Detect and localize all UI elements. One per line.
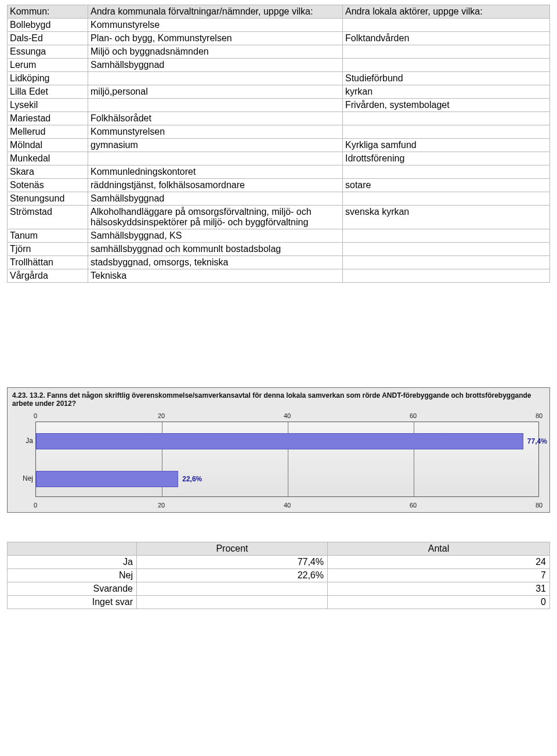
cell-andra-kommunala: stadsbyggnad, omsorgs, tekniska bbox=[88, 256, 343, 269]
cell-kommun: Mariestad bbox=[8, 112, 88, 125]
summary-procent: 77,4% bbox=[137, 556, 328, 569]
summary-row: Svarande31 bbox=[8, 582, 550, 596]
summary-antal: 0 bbox=[328, 596, 550, 609]
cell-andra-lokala bbox=[343, 243, 550, 256]
summary-label: Nej bbox=[8, 569, 137, 582]
table-row: Dals-EdPlan- och bygg, KommunstyrelsenFo… bbox=[8, 32, 550, 45]
table-row: MölndalgymnasiumKyrkliga samfund bbox=[8, 139, 550, 152]
table-row: TanumSamhällsbyggnad, KS bbox=[8, 229, 550, 243]
summary-th-procent: Procent bbox=[137, 542, 328, 556]
axis-tick: 0 bbox=[34, 502, 37, 509]
cell-kommun: Mellerud bbox=[8, 125, 88, 139]
cell-kommun: Essunga bbox=[8, 45, 88, 59]
cell-kommun: Lysekil bbox=[8, 99, 88, 112]
summary-table: Procent Antal Ja77,4%24Nej22,6%7Svarande… bbox=[7, 542, 550, 609]
chart-value-label: 77,4% bbox=[527, 437, 547, 445]
cell-andra-lokala bbox=[343, 19, 550, 32]
axis-tick: 60 bbox=[410, 412, 417, 419]
table-row: Tjörnsamhällsbyggnad och kommunlt bostad… bbox=[8, 243, 550, 256]
summary-procent bbox=[137, 596, 328, 609]
cell-kommun: Lerum bbox=[8, 59, 88, 72]
cell-andra-lokala: Studieförbund bbox=[343, 72, 550, 85]
cell-andra-kommunala: Kommunstyrelse bbox=[88, 19, 343, 32]
cell-andra-kommunala bbox=[88, 72, 343, 85]
chart-container: 4.23. 13.2. Fanns det någon skriftlig öv… bbox=[7, 387, 550, 513]
table-row: EssungaMiljö och byggnadsnämnden bbox=[8, 45, 550, 59]
summary-antal: 7 bbox=[328, 569, 550, 582]
chart-bar: 77,4% bbox=[36, 433, 523, 449]
cell-andra-kommunala: miljö,personal bbox=[88, 85, 343, 99]
cell-andra-lokala: Kyrkliga samfund bbox=[343, 139, 550, 152]
cell-andra-lokala bbox=[343, 256, 550, 269]
cell-kommun: Bollebygd bbox=[8, 19, 88, 32]
cell-andra-kommunala bbox=[88, 99, 343, 112]
cell-andra-kommunala: Samhällsbyggnad bbox=[88, 59, 343, 72]
cell-andra-kommunala: Kommunstyrelsen bbox=[88, 125, 343, 139]
axis-tick: 60 bbox=[410, 502, 417, 509]
axis-tick: 40 bbox=[284, 502, 291, 509]
chart-area: 77,4%22,6% 002020404060608080JaNej bbox=[10, 411, 547, 510]
cell-kommun: Munkedal bbox=[8, 152, 88, 165]
table-row: Lilla Edetmiljö,personalkyrkan bbox=[8, 85, 550, 99]
th-andra-lokala: Andra lokala aktörer, uppge vilka: bbox=[343, 5, 550, 19]
th-andra-kommunala: Andra kommunala förvaltningar/nämnder, u… bbox=[88, 5, 343, 19]
cell-andra-kommunala: samhällsbyggnad och kommunlt bostadsbola… bbox=[88, 243, 343, 256]
cell-andra-kommunala: Plan- och bygg, Kommunstyrelsen bbox=[88, 32, 343, 45]
summary-label: Inget svar bbox=[8, 596, 137, 609]
cell-andra-kommunala: Folkhälsorådet bbox=[88, 112, 343, 125]
table-row: LidköpingStudieförbund bbox=[8, 72, 550, 85]
cell-kommun: Tjörn bbox=[8, 243, 88, 256]
cell-kommun: Sotenäs bbox=[8, 179, 88, 192]
table-row: StenungsundSamhällsbyggnad bbox=[8, 192, 550, 206]
cell-kommun: Lilla Edet bbox=[8, 85, 88, 99]
summary-row: Nej22,6%7 bbox=[8, 569, 550, 582]
cell-andra-lokala bbox=[343, 45, 550, 59]
summary-antal: 24 bbox=[328, 556, 550, 569]
cell-andra-lokala bbox=[343, 165, 550, 179]
cell-kommun: Skara bbox=[8, 165, 88, 179]
axis-tick: 40 bbox=[284, 412, 291, 419]
chart-value-label: 22,6% bbox=[182, 475, 202, 483]
cell-kommun: Vårgårda bbox=[8, 269, 88, 283]
cell-kommun: Tanum bbox=[8, 229, 88, 243]
cell-andra-lokala: svenska kyrkan bbox=[343, 206, 550, 229]
cell-andra-lokala: kyrkan bbox=[343, 85, 550, 99]
cell-andra-kommunala: Kommunledningskontoret bbox=[88, 165, 343, 179]
cell-kommun: Stenungsund bbox=[8, 192, 88, 206]
axis-tick: 80 bbox=[536, 412, 542, 419]
cell-andra-kommunala bbox=[88, 152, 343, 165]
cell-kommun: Mölndal bbox=[8, 139, 88, 152]
cell-andra-kommunala: Tekniska bbox=[88, 269, 343, 283]
cell-andra-lokala bbox=[343, 125, 550, 139]
cell-andra-kommunala: Samhällsbyggnad, KS bbox=[88, 229, 343, 243]
cell-andra-lokala bbox=[343, 192, 550, 206]
cell-kommun: Lidköping bbox=[8, 72, 88, 85]
kommun-table: Kommun: Andra kommunala förvaltningar/nä… bbox=[7, 5, 550, 283]
summary-row: Inget svar0 bbox=[8, 596, 550, 609]
table-row: Trollhättanstadsbyggnad, omsorgs, teknis… bbox=[8, 256, 550, 269]
table-row: VårgårdaTekniska bbox=[8, 269, 550, 283]
summary-procent bbox=[137, 582, 328, 596]
cell-andra-lokala: Idrottsförening bbox=[343, 152, 550, 165]
table-row: SkaraKommunledningskontoret bbox=[8, 165, 550, 179]
th-kommun: Kommun: bbox=[8, 5, 88, 19]
cell-andra-lokala bbox=[343, 269, 550, 283]
table-row: LerumSamhällsbyggnad bbox=[8, 59, 550, 72]
chart-title: 4.23. 13.2. Fanns det någon skriftlig öv… bbox=[10, 390, 547, 411]
summary-label: Ja bbox=[8, 556, 137, 569]
summary-th-blank bbox=[8, 542, 137, 556]
cell-andra-lokala: sotare bbox=[343, 179, 550, 192]
table-row: MunkedalIdrottsförening bbox=[8, 152, 550, 165]
cell-andra-lokala bbox=[343, 229, 550, 243]
axis-tick: 20 bbox=[158, 502, 165, 509]
cell-andra-lokala bbox=[343, 112, 550, 125]
cell-andra-lokala: Frivården, systembolaget bbox=[343, 99, 550, 112]
chart-category-label: Ja bbox=[11, 437, 33, 445]
cell-andra-kommunala: gymnasium bbox=[88, 139, 343, 152]
cell-kommun: Dals-Ed bbox=[8, 32, 88, 45]
table-row: MariestadFolkhälsorådet bbox=[8, 112, 550, 125]
summary-row: Ja77,4%24 bbox=[8, 556, 550, 569]
cell-andra-kommunala: Samhällsbyggnad bbox=[88, 192, 343, 206]
cell-kommun: Trollhättan bbox=[8, 256, 88, 269]
table-row: BollebygdKommunstyrelse bbox=[8, 19, 550, 32]
